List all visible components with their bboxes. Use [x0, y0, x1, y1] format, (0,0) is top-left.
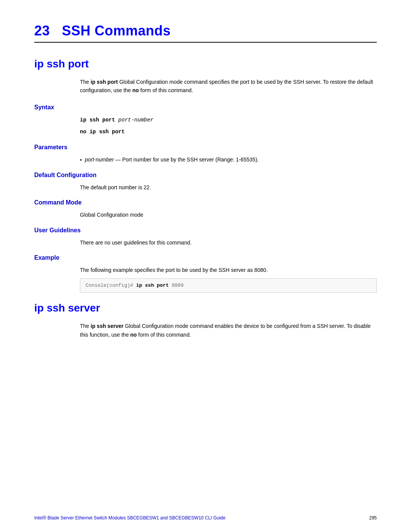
- section-example: Example The following example specifies …: [34, 254, 377, 293]
- syntax-param-1: port-number: [118, 117, 153, 123]
- syntax-content: ip ssh port port-number no ip ssh port: [80, 115, 377, 136]
- code-command: ip ssh port: [136, 283, 172, 288]
- section-command-mode: Command Mode Global Configuration mode: [34, 199, 377, 219]
- syntax-heading: Syntax: [34, 104, 377, 111]
- command-description-ip-ssh-port: The ip ssh port Global Configuration mod…: [80, 78, 377, 95]
- chapter-divider: [34, 42, 377, 43]
- default-config-heading: Default Configuration: [34, 172, 377, 179]
- command-ip-ssh-server: ip ssh server The ip ssh server Global C…: [34, 302, 377, 339]
- bullet-dot: •: [80, 156, 82, 164]
- command-description-ip-ssh-server: The ip ssh server Global Configuration m…: [80, 322, 377, 339]
- command-title-ip-ssh-port: ip ssh port: [34, 58, 377, 70]
- section-user-guidelines: User Guidelines There are no user guidel…: [34, 227, 377, 247]
- parameter-text: port-number — Port number for use by the…: [85, 155, 259, 164]
- example-code-block: Console(config)# ip ssh port 8080: [80, 278, 377, 293]
- command-mode-content: Global Configuration mode: [80, 211, 377, 219]
- parameters-content: • port-number — Port number for use by t…: [80, 155, 377, 164]
- command-title-ip-ssh-server: ip ssh server: [34, 302, 377, 314]
- user-guidelines-content: There are no user guidelines for this co…: [80, 238, 377, 247]
- code-prefix: Console(config)#: [86, 283, 136, 288]
- syntax-cmd-1: ip ssh port: [80, 117, 118, 123]
- user-guidelines-heading: User Guidelines: [34, 227, 377, 234]
- command-ip-ssh-port: ip ssh port The ip ssh port Global Confi…: [34, 58, 377, 293]
- page-footer: Intel® Blade Server Ethernet Switch Modu…: [0, 515, 411, 521]
- footer-page-number: 295: [369, 515, 377, 521]
- command-mode-heading: Command Mode: [34, 199, 377, 206]
- code-value: 8080: [172, 283, 183, 288]
- parameter-item-1: • port-number — Port number for use by t…: [80, 155, 377, 164]
- chapter-number: 23: [34, 23, 50, 38]
- example-intro: The following example specifies the port…: [80, 266, 377, 274]
- example-code-wrapper: Console(config)# ip ssh port 8080: [80, 278, 377, 293]
- chapter-title-text: SSH Commands: [62, 23, 171, 38]
- chapter-title: 23 SSH Commands: [34, 23, 377, 39]
- syntax-line-1: ip ssh port port-number: [80, 115, 377, 124]
- section-default-config: Default Configuration The default port n…: [34, 172, 377, 192]
- default-config-content: The default port number is 22.: [80, 183, 377, 192]
- footer-left-text: Intel® Blade Server Ethernet Switch Modu…: [34, 515, 225, 521]
- example-heading: Example: [34, 254, 377, 261]
- section-syntax: Syntax ip ssh port port-number no ip ssh…: [34, 104, 377, 136]
- page-container: 23 SSH Commands ip ssh port The ip ssh p…: [0, 0, 411, 371]
- syntax-cmd-2: no ip ssh port: [80, 129, 125, 135]
- syntax-line-2: no ip ssh port: [80, 127, 377, 136]
- parameters-heading: Parameters: [34, 144, 377, 151]
- section-parameters: Parameters • port-number — Port number f…: [34, 144, 377, 164]
